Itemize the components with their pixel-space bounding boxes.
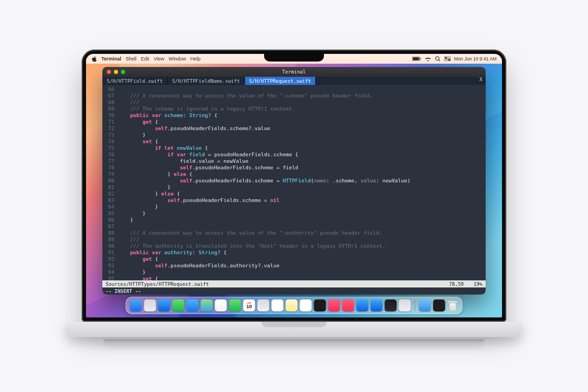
line-number: 87 bbox=[102, 223, 118, 230]
terminal-editor-body[interactable]: 6667 /// A convenient way to access the … bbox=[102, 85, 486, 280]
status-filepath: Sources/HTTPTypes/HTTPRequest.swift bbox=[106, 281, 209, 287]
code-line: public var authority: String? { bbox=[118, 249, 486, 256]
laptop-feet bbox=[103, 339, 485, 342]
code-line: self.pseudoHeaderFields.authority?.value bbox=[118, 262, 486, 269]
window-close-button[interactable] bbox=[107, 70, 111, 74]
dock-app-keynote[interactable] bbox=[371, 299, 383, 311]
window-traffic-lights bbox=[107, 70, 125, 74]
terminal-tab[interactable]: S/H/HTTPField.swift bbox=[102, 77, 168, 85]
dock-app-music[interactable] bbox=[328, 299, 340, 311]
dock-app-mail[interactable] bbox=[187, 299, 199, 311]
search-icon[interactable] bbox=[435, 56, 440, 62]
menu-shell[interactable]: Shell bbox=[126, 56, 137, 62]
battery-icon bbox=[412, 57, 421, 61]
svg-rect-1 bbox=[413, 57, 419, 60]
code-line: } bbox=[118, 204, 486, 210]
line-number: 76 bbox=[102, 151, 118, 158]
control-center-icon[interactable] bbox=[444, 57, 451, 61]
code-line: if let newValue { bbox=[118, 145, 486, 151]
code-line: } bbox=[118, 217, 486, 223]
line-number: 83 bbox=[102, 197, 118, 204]
dock-app-news[interactable] bbox=[342, 299, 354, 311]
dock-app-finder[interactable] bbox=[130, 299, 142, 311]
status-scroll-pct: 19% bbox=[474, 281, 482, 287]
code-line: /// A convenient way to access the value… bbox=[118, 93, 486, 99]
svg-point-8 bbox=[449, 59, 450, 61]
line-number: 78 bbox=[102, 164, 118, 171]
dock-app-freeform[interactable] bbox=[300, 299, 312, 311]
line-number: 95 bbox=[102, 275, 118, 280]
dock-trash[interactable] bbox=[448, 299, 458, 311]
window-zoom-button[interactable] bbox=[121, 70, 125, 74]
line-number: 89 bbox=[102, 236, 118, 243]
line-number: 71 bbox=[102, 119, 118, 125]
code-line: } bbox=[118, 132, 486, 138]
laptop-base bbox=[65, 322, 523, 337]
code-line bbox=[118, 223, 486, 230]
macos-dock[interactable]: JUN10 bbox=[126, 297, 463, 314]
dock-app-calendar[interactable]: JUN10 bbox=[243, 299, 255, 311]
code-line: } else { bbox=[118, 171, 486, 177]
dock-app-terminal[interactable] bbox=[433, 299, 445, 311]
desktop: Terminal ShellEditViewWindowHelp Mon Jun… bbox=[86, 54, 502, 317]
terminal-titlebar[interactable]: Terminal bbox=[102, 67, 486, 77]
apple-menu-icon[interactable] bbox=[91, 56, 97, 62]
laptop-lid: Terminal ShellEditViewWindowHelp Mon Jun… bbox=[82, 50, 506, 322]
terminal-tab-close[interactable]: X bbox=[476, 77, 486, 85]
window-minimize-button[interactable] bbox=[114, 70, 118, 74]
line-number: 70 bbox=[102, 112, 118, 119]
terminal-tab[interactable]: S/H/HTTPFieldName.swift bbox=[168, 77, 245, 85]
dock-app-messages[interactable] bbox=[173, 299, 185, 311]
menubar-app-name[interactable]: Terminal bbox=[101, 56, 121, 62]
line-number: 86 bbox=[102, 217, 118, 223]
code-line: set { bbox=[118, 138, 486, 145]
code-line: /// bbox=[118, 236, 486, 243]
dock-app-tv[interactable] bbox=[314, 299, 326, 311]
code-line: /// The scheme is ignored in a legacy HT… bbox=[118, 106, 486, 112]
dock-app-maps[interactable] bbox=[201, 299, 213, 311]
line-number: 66 bbox=[102, 86, 118, 93]
line-number: 67 bbox=[102, 93, 118, 99]
code-line: if var field = pseudoHeaderFields.scheme… bbox=[118, 151, 486, 158]
dock-app-notes[interactable] bbox=[286, 299, 298, 311]
dock-app-contacts[interactable] bbox=[258, 299, 270, 311]
dock-app-reminders[interactable] bbox=[272, 299, 284, 311]
line-number: 94 bbox=[102, 269, 118, 275]
dock-app-safari[interactable] bbox=[158, 299, 170, 311]
code-line: } bbox=[118, 269, 486, 275]
menu-edit[interactable]: Edit bbox=[141, 56, 150, 62]
dock-app-folder[interactable] bbox=[419, 299, 431, 311]
display-notch bbox=[264, 54, 324, 62]
line-number: 85 bbox=[102, 210, 118, 217]
vim-mode-line: -- INSERT -- bbox=[102, 287, 486, 295]
macbook-frame: Terminal ShellEditViewWindowHelp Mon Jun… bbox=[65, 50, 523, 342]
menubar-status-icons bbox=[412, 56, 451, 62]
terminal-tabs: S/H/HTTPField.swiftS/H/HTTPFieldName.swi… bbox=[102, 77, 486, 85]
code-line: self.pseudoHeaderFields.scheme = HTTPFie… bbox=[118, 177, 486, 184]
dock-app-settings[interactable] bbox=[399, 299, 411, 311]
code-line: self.pseudoHeaderFields.scheme = field bbox=[118, 164, 486, 171]
code-line: field.value = newValue bbox=[118, 158, 486, 164]
dock-app-xcode[interactable] bbox=[385, 299, 397, 311]
menu-help[interactable]: Help bbox=[191, 56, 201, 62]
terminal-tab[interactable]: S/H/HTTPRequest.swift bbox=[245, 77, 316, 85]
code-line: self.pseudoHeaderFields.scheme = nil bbox=[118, 197, 486, 204]
code-line: /// bbox=[118, 99, 486, 106]
line-number: 73 bbox=[102, 132, 118, 138]
line-number: 84 bbox=[102, 204, 118, 210]
dock-app-facetime[interactable] bbox=[229, 299, 241, 311]
code-line: self.pseudoHeaderFields.scheme?.value bbox=[118, 125, 486, 132]
dock-app-launchpad[interactable] bbox=[144, 299, 156, 311]
code-line: } else { bbox=[118, 191, 486, 197]
line-number: 77 bbox=[102, 158, 118, 164]
svg-rect-2 bbox=[420, 58, 421, 59]
dock-app-appstore[interactable] bbox=[357, 299, 369, 311]
vim-statusline: Sources/HTTPTypes/HTTPRequest.swift 78,5… bbox=[102, 280, 486, 287]
line-number: 69 bbox=[102, 106, 118, 112]
code-line: /// A convenient way to access the value… bbox=[118, 230, 486, 236]
line-number: 75 bbox=[102, 145, 118, 151]
menu-view[interactable]: View bbox=[154, 56, 164, 62]
menu-window[interactable]: Window bbox=[169, 56, 186, 62]
menubar-clock[interactable]: Mon Jun 10 9:41 AM bbox=[454, 56, 497, 62]
dock-app-photos[interactable] bbox=[215, 299, 227, 311]
